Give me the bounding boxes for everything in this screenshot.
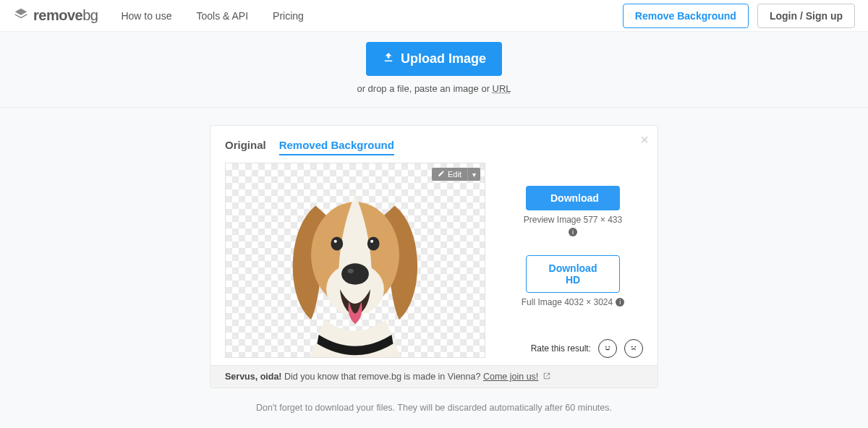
rating-label: Rate this result: [531,343,591,354]
result-card: × Original Removed Background Edit ▾ [210,125,658,388]
upload-icon [382,51,395,67]
login-signup-button[interactable]: Login / Sign up [757,4,855,28]
edit-dropdown-button[interactable]: ▾ [467,168,480,181]
logo[interactable]: removebg [13,7,98,25]
smile-icon [602,342,613,356]
banner-greeting: Servus, oida! [225,372,282,382]
result-tabs: Original Removed Background [225,139,643,155]
download-panel: Download Preview Image 577 × 433 i Downl… [503,163,643,358]
svg-point-9 [605,346,606,347]
come-join-us-link[interactable]: Come join us! [483,372,538,382]
edit-button-group: Edit ▾ [432,168,480,181]
svg-point-6 [367,236,380,250]
upload-button-label: Upload Image [401,51,486,67]
info-icon[interactable]: i [569,228,577,236]
external-link-icon [543,372,550,382]
svg-point-12 [635,346,636,347]
rate-happy-button[interactable] [598,339,617,358]
svg-point-11 [631,346,632,347]
remove-background-button[interactable]: Remove Background [623,4,749,28]
download-hd-button[interactable]: Download HD [526,255,620,293]
download-button[interactable]: Download [526,186,620,210]
info-icon[interactable]: i [616,298,624,307]
header-actions: Remove Background Login / Sign up [623,4,855,28]
svg-point-3 [341,263,369,284]
svg-point-7 [334,239,337,242]
svg-point-5 [331,236,343,250]
full-dimensions: Full Image 4032 × 3024 i [522,297,624,307]
promo-banner: Servus, oida! Did you know that remove.b… [210,365,658,388]
svg-point-4 [348,268,354,273]
svg-point-8 [370,239,373,242]
pencil-icon [438,170,445,179]
rating-row: Rate this result: [531,314,643,358]
preview-dimensions: Preview Image 577 × 433 [524,215,622,225]
svg-marker-0 [15,9,27,15]
upload-hint: or drop a file, paste an image or URL [0,83,868,94]
upload-image-button[interactable]: Upload Image [366,42,502,76]
result-image [279,168,431,358]
edit-button[interactable]: Edit [432,168,467,181]
main-nav: How to use Tools & API Pricing [121,10,303,22]
upload-section: Upload Image or drop a file, paste an im… [0,32,868,108]
result-preview: Edit ▾ [225,163,485,358]
frown-icon [628,342,639,356]
nav-how-to-use[interactable]: How to use [121,10,171,22]
rate-sad-button[interactable] [624,339,643,358]
logo-icon [13,7,29,25]
logo-text: removebg [33,7,98,24]
nav-tools-api[interactable]: Tools & API [196,10,248,22]
chevron-down-icon: ▾ [472,171,476,179]
site-header: removebg How to use Tools & API Pricing … [0,0,868,32]
svg-point-10 [609,346,610,347]
discard-note: Don't forget to download your files. The… [0,403,868,413]
tab-original[interactable]: Original [225,139,266,155]
close-icon[interactable]: × [640,132,649,148]
nav-pricing[interactable]: Pricing [273,10,304,22]
tab-removed-background[interactable]: Removed Background [279,139,394,155]
paste-url-link[interactable]: URL [493,83,511,94]
